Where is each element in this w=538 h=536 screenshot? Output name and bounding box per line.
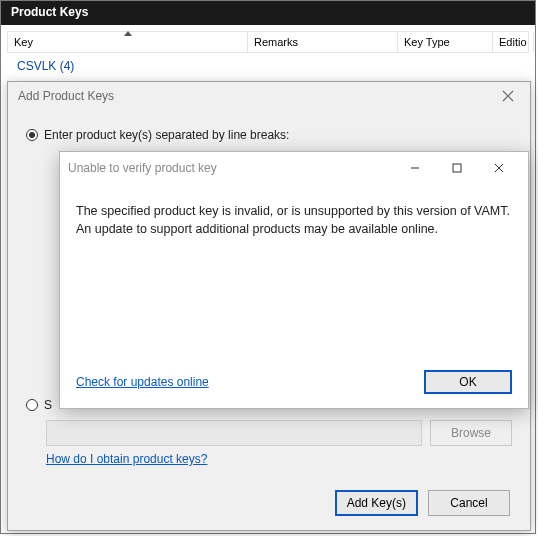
radio-icon bbox=[26, 399, 38, 411]
radio-select-file-label: S bbox=[44, 398, 52, 412]
add-keys-button[interactable]: Add Key(s) bbox=[335, 490, 418, 516]
minimize-icon bbox=[410, 163, 420, 173]
radio-icon bbox=[26, 129, 38, 141]
radio-enter-keys[interactable]: Enter product key(s) separated by line b… bbox=[26, 128, 512, 142]
dialog-titlebar: Add Product Keys bbox=[8, 82, 530, 110]
column-header-type-label: Key Type bbox=[404, 36, 450, 48]
dialog-button-row: Add Key(s) Cancel bbox=[335, 490, 510, 516]
maximize-icon bbox=[452, 163, 462, 173]
window-title: Product Keys bbox=[11, 5, 88, 19]
close-icon bbox=[502, 90, 514, 102]
column-header-remarks[interactable]: Remarks bbox=[248, 32, 398, 52]
add-keys-button-label: Add Key(s) bbox=[347, 496, 406, 510]
product-keys-window: Product Keys Key Remarks Key Type Editio… bbox=[0, 0, 536, 534]
check-updates-link[interactable]: Check for updates online bbox=[76, 375, 209, 389]
maximize-button[interactable] bbox=[436, 156, 478, 180]
cancel-button[interactable]: Cancel bbox=[428, 490, 510, 516]
grid-header-row: Key Remarks Key Type Editio bbox=[7, 31, 529, 53]
browse-button[interactable]: Browse bbox=[430, 420, 512, 446]
sort-ascending-icon bbox=[124, 31, 132, 36]
window-titlebar: Product Keys bbox=[1, 1, 535, 25]
column-header-remarks-label: Remarks bbox=[254, 36, 298, 48]
close-icon bbox=[494, 163, 504, 173]
error-message: The specified product key is invalid, or… bbox=[60, 184, 528, 256]
error-dialog: Unable to verify product key The specifi… bbox=[59, 151, 529, 409]
browse-button-label: Browse bbox=[451, 426, 491, 440]
file-picker-row: Browse bbox=[46, 420, 512, 446]
column-header-key[interactable]: Key bbox=[8, 32, 248, 52]
radio-enter-keys-label: Enter product key(s) separated by line b… bbox=[44, 128, 289, 142]
close-button[interactable] bbox=[496, 88, 520, 104]
help-link[interactable]: How do I obtain product keys? bbox=[46, 452, 207, 466]
column-header-type[interactable]: Key Type bbox=[398, 32, 493, 52]
column-header-edition-label: Editio bbox=[499, 36, 527, 48]
svg-rect-0 bbox=[453, 164, 461, 172]
minimize-button[interactable] bbox=[394, 156, 436, 180]
column-header-edition[interactable]: Editio bbox=[493, 32, 534, 52]
ok-button-label: OK bbox=[459, 375, 476, 389]
error-line-1: The specified product key is invalid, or… bbox=[76, 202, 512, 220]
close-button[interactable] bbox=[478, 156, 520, 180]
error-line-2: An update to support additional products… bbox=[76, 220, 512, 238]
group-row[interactable]: CSVLK (4) bbox=[7, 53, 529, 79]
keys-grid: Key Remarks Key Type Editio CSVLK (4) Se… bbox=[1, 25, 535, 85]
column-header-key-label: Key bbox=[14, 36, 33, 48]
error-titlebar: Unable to verify product key bbox=[60, 152, 528, 184]
file-path-input[interactable] bbox=[46, 420, 422, 446]
group-label: CSVLK (4) bbox=[7, 53, 84, 79]
error-title: Unable to verify product key bbox=[68, 161, 394, 175]
dialog-title: Add Product Keys bbox=[18, 89, 114, 103]
cancel-button-label: Cancel bbox=[450, 496, 487, 510]
ok-button[interactable]: OK bbox=[424, 370, 512, 394]
